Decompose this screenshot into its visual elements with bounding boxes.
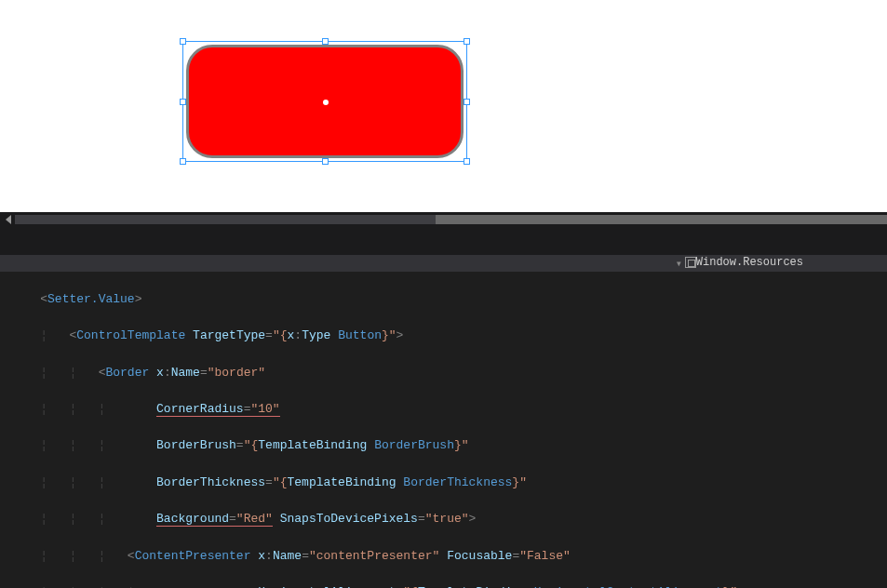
code-line[interactable]: ¦ ¦ ¦ ¦ HorizontalAlignment="{TemplateBi…	[11, 583, 887, 588]
resize-handle[interactable]	[464, 99, 470, 105]
resize-handle[interactable]	[464, 158, 470, 165]
code-line[interactable]: ¦ ¦ ¦ Background="Red" SnapsToDevicePixe…	[11, 510, 887, 528]
scope-breadcrumb-bar[interactable]: ▾ Window.Resources	[0, 255, 887, 272]
code-line[interactable]: ¦ ¦ ¦ CornerRadius="10"	[11, 400, 887, 419]
selection-center-dot	[323, 100, 329, 105]
horizontal-scroll-thumb[interactable]	[436, 215, 887, 224]
breadcrumb-text[interactable]: Window.Resources	[696, 256, 803, 269]
code-line[interactable]: <Setter.Value>	[11, 290, 887, 309]
resize-handle[interactable]	[322, 38, 329, 45]
pane-splitter[interactable]	[0, 212, 887, 227]
code-line[interactable]: ¦ ¦ <Border x:Name="border"	[11, 364, 887, 382]
resources-icon	[685, 257, 696, 268]
resize-handle[interactable]	[464, 38, 470, 45]
code-line[interactable]: ¦ ¦ ¦ BorderThickness="{TemplateBinding …	[11, 474, 887, 492]
xaml-code-editor[interactable]: <Setter.Value> ¦ <ControlTemplate Target…	[0, 272, 887, 588]
code-line[interactable]: ¦ <ControlTemplate TargetType="{x:Type B…	[11, 327, 887, 345]
resize-handle[interactable]	[180, 158, 186, 165]
code-line[interactable]: ¦ ¦ ¦ <ContentPresenter x:Name="contentP…	[11, 547, 887, 566]
xaml-designer-pane[interactable]	[0, 0, 887, 212]
breadcrumb-dropdown-icon[interactable]: ▾	[676, 257, 682, 271]
resize-handle[interactable]	[180, 99, 186, 105]
scroll-left-icon[interactable]	[6, 215, 11, 224]
editor-gap	[0, 227, 887, 255]
resize-handle[interactable]	[180, 38, 186, 45]
resize-handle[interactable]	[322, 158, 329, 165]
code-line[interactable]: ¦ ¦ ¦ BorderBrush="{TemplateBinding Bord…	[11, 436, 887, 455]
